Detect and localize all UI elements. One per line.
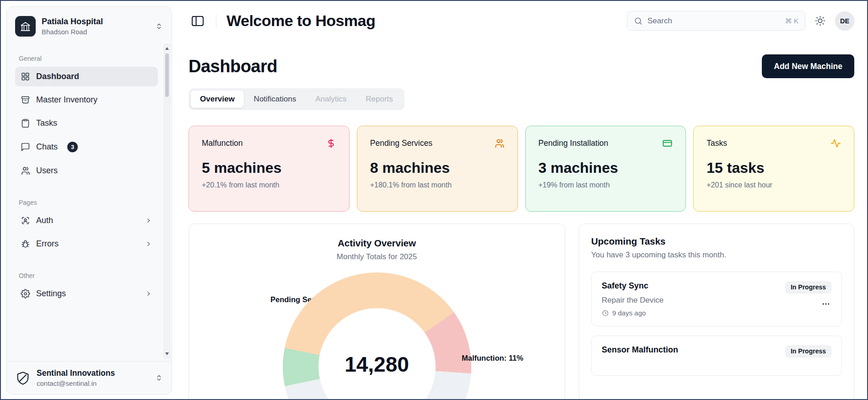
donut-center-total: 14,280 — [345, 354, 409, 375]
sidebar-item-label: Errors — [36, 239, 59, 249]
upcoming-tasks-card: Upcoming Tasks You have 3 upcoming tasks… — [579, 224, 854, 400]
theme-toggle-button[interactable] — [814, 15, 826, 27]
task-description: Repair the Device — [602, 296, 780, 305]
sidebar-item-settings[interactable]: Settings — [15, 284, 158, 304]
tab-reports[interactable]: Reports — [356, 91, 402, 108]
search-box[interactable]: ⌘ K — [627, 11, 805, 31]
scrollbar-down-arrow[interactable] — [164, 351, 170, 357]
task-item[interactable]: Sensor Malfunction In Progress — [591, 336, 842, 376]
panel-left-icon — [190, 14, 205, 28]
org-switcher[interactable]: Patiala Hospital Bhadson Road — [7, 7, 172, 43]
section-label-general: General — [19, 55, 154, 62]
workspace-text: Sentinal Innovations contact@sentinal.in — [37, 368, 115, 387]
topbar-actions: ⌘ K DE — [627, 11, 854, 31]
stat-card-malfunction: Malfunction 5 machines +20.1% from last … — [189, 126, 350, 212]
dashboard-tabs: Overview Notifications Analytics Reports — [189, 88, 404, 110]
divider — [216, 14, 216, 28]
chevron-right-icon — [145, 217, 152, 224]
sidebar-item-label: Auth — [36, 216, 53, 225]
workspace-email: contact@sentinal.in — [37, 379, 115, 387]
scrollbar-thumb[interactable] — [165, 53, 169, 97]
workspace-switcher[interactable]: Sentinal Innovations contact@sentinal.in — [7, 361, 172, 394]
add-new-machine-button[interactable]: Add New Machine — [762, 54, 854, 78]
stat-card-tasks: Tasks 15 tasks +201 since last hour — [693, 126, 854, 212]
stat-title: Tasks — [706, 139, 727, 148]
main-content: Welcome to Hosmag ⌘ K DE Dashboard Add N… — [172, 1, 867, 399]
activity-icon — [830, 138, 841, 149]
grid-icon — [21, 72, 30, 81]
status-badge: In Progress — [785, 345, 831, 357]
stat-delta: +201 since last hour — [706, 181, 841, 189]
task-time: 9 days ago — [602, 309, 780, 317]
task-time-label: 9 days ago — [612, 309, 646, 317]
section-label-other: Other — [19, 272, 154, 279]
topbar: Welcome to Hosmag ⌘ K DE — [189, 11, 854, 31]
task-name: Safety Sync — [602, 281, 780, 291]
tab-notifications[interactable]: Notifications — [245, 91, 306, 108]
users-icon — [21, 166, 30, 176]
sidebar: Patiala Hospital Bhadson Road General Da… — [1, 1, 172, 399]
sidebar-item-errors[interactable]: Errors — [15, 234, 158, 254]
sidebar-item-master-inventory[interactable]: Master Inventory — [15, 90, 158, 110]
stat-delta: +180.1% from last month — [370, 181, 505, 189]
chart-title: Activity Overview — [202, 238, 552, 249]
chevrons-up-down-icon — [155, 22, 163, 31]
upcoming-subtitle: You have 3 upcoming tasks this month. — [591, 251, 842, 260]
credit-card-icon — [662, 138, 673, 149]
clipboard-icon — [21, 118, 30, 128]
sidebar-item-dashboard[interactable]: Dashboard — [15, 67, 158, 86]
stat-value: 3 machines — [539, 160, 673, 176]
user-avatar[interactable]: DE — [835, 11, 854, 31]
welcome-title: Welcome to Hosmag — [226, 12, 375, 30]
sidebar-panel: Patiala Hospital Bhadson Road General Da… — [6, 6, 172, 395]
activity-overview-card: Activity Overview Monthly Totals for 202… — [189, 224, 565, 400]
shield-icon — [15, 370, 31, 386]
page-header: Dashboard Add New Machine — [189, 54, 854, 78]
org-text: Patiala Hospital Bhadson Road — [42, 17, 103, 36]
task-meta: In Progress — [785, 345, 831, 357]
stat-delta: +19% from last month — [539, 181, 673, 189]
ellipsis-icon — [821, 299, 830, 309]
hospital-building-icon — [15, 16, 36, 37]
tab-analytics[interactable]: Analytics — [306, 91, 356, 108]
chevrons-up-down-icon — [155, 373, 163, 382]
bug-icon — [21, 239, 30, 249]
sidebar-nav: General Dashboard Master Inventory Tasks — [7, 43, 172, 361]
chevron-right-icon — [145, 290, 152, 298]
sidebar-item-users[interactable]: Users — [15, 161, 158, 181]
sidebar-item-label: Settings — [36, 289, 66, 299]
stat-cards: Malfunction 5 machines +20.1% from last … — [189, 126, 854, 212]
task-item[interactable]: Safety Sync Repair the Device 9 days ago… — [591, 272, 842, 326]
dollar-icon — [326, 138, 336, 149]
users-icon — [494, 138, 505, 149]
task-name: Sensor Malfunction — [602, 345, 780, 355]
upcoming-title: Upcoming Tasks — [591, 236, 842, 247]
task-menu-button[interactable] — [820, 299, 831, 311]
section-label-pages: Pages — [19, 199, 154, 206]
workspace-name: Sentinal Innovations — [37, 368, 115, 378]
archive-icon — [21, 95, 30, 105]
stat-delta: +20.1% from last month — [202, 181, 336, 189]
sidebar-item-label: Master Inventory — [36, 95, 97, 105]
chats-count-badge: 3 — [67, 142, 78, 152]
task-info: Safety Sync Repair the Device 9 days ago — [602, 281, 780, 317]
org-name: Patiala Hospital — [42, 17, 103, 27]
search-input[interactable] — [647, 16, 781, 26]
sidebar-item-tasks[interactable]: Tasks — [15, 113, 158, 133]
stat-value: 5 machines — [202, 160, 336, 176]
stat-title: Pending Services — [370, 139, 432, 148]
sun-icon — [814, 15, 826, 27]
task-info: Sensor Malfunction — [602, 345, 780, 357]
sidebar-item-auth[interactable]: Auth — [15, 211, 158, 230]
stat-card-pending-installation: Pending Installation 3 machines +19% fro… — [525, 126, 686, 212]
scrollbar-up-arrow[interactable] — [164, 45, 170, 52]
page-title: Dashboard — [189, 57, 277, 76]
org-subtitle: Bhadson Road — [42, 28, 103, 36]
sidebar-scrollbar[interactable] — [164, 44, 170, 358]
sidebar-item-chats[interactable]: Chats 3 — [15, 137, 158, 157]
tab-overview[interactable]: Overview — [191, 91, 244, 108]
stat-title: Malfunction — [202, 139, 243, 148]
sidebar-toggle-button[interactable] — [189, 12, 207, 30]
gear-icon — [21, 289, 30, 299]
stat-title: Pending Installation — [539, 139, 609, 148]
